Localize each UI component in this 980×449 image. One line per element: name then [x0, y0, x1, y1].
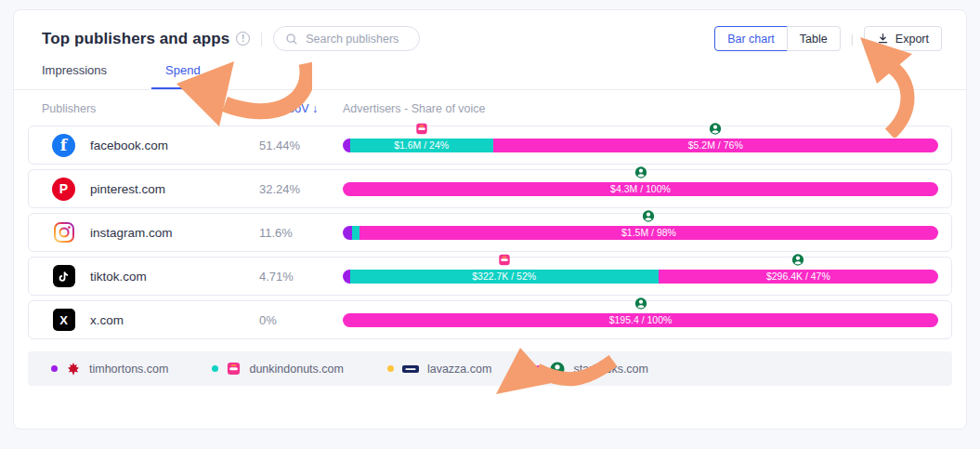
card-header: Top publishers and apps ! Bar chart Tabl… — [14, 10, 966, 51]
publisher-name[interactable]: facebook.com — [90, 139, 168, 152]
col-header-publishers: Publishers — [42, 102, 259, 115]
segment-dunkindonuts[interactable] — [352, 226, 359, 240]
total-sov-value: 4.71% — [259, 270, 343, 284]
sov-bar: $1.6M / 24% $5.2M / 76% — [343, 139, 938, 152]
starbucks-icon — [643, 210, 655, 222]
segment-timhortons[interactable] — [343, 139, 350, 152]
starbucks-icon — [550, 362, 565, 376]
sov-bar: $1.5M / 98% — [343, 226, 938, 240]
legend-dot — [387, 365, 394, 372]
header-divider — [261, 32, 262, 46]
download-icon — [877, 33, 889, 45]
search-input[interactable] — [306, 33, 408, 46]
segment-dunkindonuts[interactable]: $1.6M / 24% — [350, 139, 493, 152]
table-row-instagram: instagram.com 11.6% $1.5M / 98% — [28, 213, 952, 252]
segment-label: $322.7K / 52% — [472, 271, 536, 282]
search-icon — [285, 33, 298, 46]
legend-label: timhortons.com — [89, 363, 168, 376]
info-icon[interactable]: ! — [236, 32, 250, 46]
table-column-headers: Publishers Total SoV ↓ Advertisers - Sha… — [14, 91, 966, 125]
export-label: Export — [895, 33, 929, 46]
legend-item-dunkindonuts[interactable]: dunkindonuts.com — [212, 362, 343, 376]
legend-dot — [51, 365, 58, 372]
publisher-name[interactable]: pinterest.com — [90, 182, 165, 196]
export-button[interactable]: Export — [864, 26, 942, 51]
publishers-table: f facebook.com 51.44% $1.6M / 24% $5.2M … — [14, 125, 966, 339]
segment-label: $5.2M / 76% — [688, 139, 743, 151]
segment-starbucks[interactable]: $1.5M / 98% — [359, 226, 938, 240]
table-row-facebook: f facebook.com 51.44% $1.6M / 24% $5.2M … — [28, 125, 952, 165]
segment-label: $195.4 / 100% — [609, 314, 673, 325]
segment-timhortons[interactable] — [343, 226, 352, 240]
facebook-icon: f — [52, 134, 75, 157]
timhortons-maple-leaf-icon — [66, 362, 81, 376]
sov-bar: $195.4 / 100% — [343, 313, 938, 327]
legend-label: lavazza.com — [427, 363, 491, 376]
legend-dot — [535, 365, 542, 372]
dunkindonuts-icon — [227, 362, 241, 376]
x-icon: X — [52, 309, 75, 332]
tabs-bar: Impressions Spend — [14, 63, 966, 90]
legend-label: starbucks.com — [573, 363, 648, 376]
total-sov-value: 32.24% — [259, 182, 343, 196]
tab-spend[interactable]: Spend — [151, 63, 215, 89]
segment-label: $296.4K / 47% — [766, 271, 830, 282]
segment-label: $1.5M / 98% — [621, 227, 676, 238]
segment-label: $4.3M / 100% — [610, 183, 671, 194]
legend-dot — [212, 365, 218, 372]
table-row-pinterest: P pinterest.com 32.24% $4.3M / 100% — [28, 169, 952, 208]
pinterest-icon: P — [52, 178, 75, 201]
starbucks-icon — [792, 254, 804, 266]
total-sov-value: 0% — [259, 313, 343, 327]
dunkindonuts-icon — [415, 123, 427, 135]
sov-bar: $322.7K / 52% $296.4K / 47% — [343, 270, 938, 284]
segment-starbucks[interactable]: $296.4K / 47% — [659, 270, 938, 284]
legend-item-starbucks[interactable]: starbucks.com — [535, 362, 648, 376]
segment-starbucks[interactable]: $5.2M / 76% — [493, 139, 938, 152]
total-sov-value: 51.44% — [259, 139, 343, 152]
segment-starbucks[interactable]: $4.3M / 100% — [343, 182, 938, 196]
segment-starbucks[interactable]: $195.4 / 100% — [343, 313, 938, 327]
advertisers-legend: timhortons.com dunkindonuts.com lavazza.… — [28, 351, 952, 386]
legend-label: dunkindonuts.com — [249, 363, 343, 376]
segment-dunkindonuts[interactable]: $322.7K / 52% — [350, 270, 659, 284]
legend-item-timhortons[interactable]: timhortons.com — [51, 362, 168, 376]
top-publishers-card: Top publishers and apps ! Bar chart Tabl… — [13, 9, 967, 429]
bar-chart-button[interactable]: Bar chart — [714, 26, 788, 51]
publisher-name[interactable]: x.com — [90, 313, 124, 327]
segment-timhortons[interactable] — [343, 270, 350, 284]
lavazza-icon — [402, 364, 419, 374]
starbucks-icon — [634, 166, 647, 178]
col-header-advertisers: Advertisers - Share of voice — [343, 102, 942, 115]
instagram-icon — [52, 221, 75, 244]
publisher-name[interactable]: instagram.com — [90, 226, 173, 240]
tiktok-icon — [52, 265, 75, 288]
sov-bar: $4.3M / 100% — [343, 182, 938, 196]
segment-label: $1.6M / 24% — [394, 139, 449, 151]
col-header-total-sov[interactable]: Total SoV ↓ — [259, 102, 343, 115]
starbucks-icon — [634, 297, 647, 310]
legend-item-lavazza[interactable]: lavazza.com — [387, 363, 491, 376]
buttons-divider: | — [851, 33, 854, 46]
table-button[interactable]: Table — [787, 26, 841, 51]
search-box[interactable] — [273, 26, 420, 51]
table-row-x: X x.com 0% $195.4 / 100% — [28, 300, 952, 339]
starbucks-icon — [710, 123, 722, 135]
table-row-tiktok: tiktok.com 4.71% $322.7K / 52% $296.4K /… — [28, 257, 952, 296]
tab-impressions[interactable]: Impressions — [42, 63, 107, 89]
dunkindonuts-icon — [498, 254, 510, 266]
page-title: Top publishers and apps — [42, 30, 229, 48]
total-sov-value: 11.6% — [259, 226, 343, 240]
publisher-name[interactable]: tiktok.com — [90, 270, 147, 284]
